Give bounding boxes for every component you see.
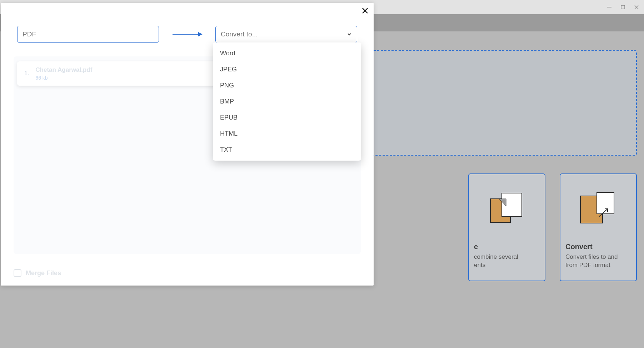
card-merge-title: e <box>474 243 540 251</box>
option-txt[interactable]: TXT <box>213 142 361 158</box>
merge-files-option[interactable]: Merge Files <box>14 269 61 277</box>
merge-label: Merge Files <box>26 269 61 277</box>
merge-checkbox[interactable] <box>14 269 21 277</box>
card-merge-desc: combine several ents <box>474 253 540 269</box>
card-convert-desc: Convert files to and from PDF format <box>565 253 631 269</box>
merge-icon <box>474 179 540 238</box>
close-icon[interactable] <box>360 6 370 16</box>
conversion-row: PDF Convert to... Word JPEG PNG BMP EPUB… <box>17 26 357 43</box>
option-word[interactable]: Word <box>213 45 361 61</box>
target-format-placeholder: Convert to... <box>221 30 258 38</box>
close-window-icon[interactable] <box>633 4 640 10</box>
arrow-right-icon <box>160 31 214 37</box>
svg-marker-13 <box>198 32 203 36</box>
minimize-icon[interactable] <box>606 4 613 10</box>
option-bmp[interactable]: BMP <box>213 94 361 110</box>
card-convert-title: Convert <box>565 243 631 251</box>
file-index: 1. <box>24 70 29 77</box>
format-options-list: Word JPEG PNG BMP EPUB HTML TXT <box>213 42 361 161</box>
file-name: Chetan Agarwal.pdf <box>35 66 92 74</box>
option-jpeg[interactable]: JPEG <box>213 61 361 77</box>
option-png[interactable]: PNG <box>213 77 361 94</box>
chevron-down-icon <box>347 32 352 37</box>
option-html[interactable]: HTML <box>213 126 361 142</box>
convert-icon <box>565 179 631 238</box>
convert-modal: PDF Convert to... Word JPEG PNG BMP EPUB… <box>1 3 374 286</box>
target-format-dropdown[interactable]: Convert to... Word JPEG PNG BMP EPUB HTM… <box>215 26 357 43</box>
source-format-label: PDF <box>23 30 36 38</box>
option-epub[interactable]: EPUB <box>213 110 361 126</box>
maximize-icon[interactable] <box>620 4 626 10</box>
source-format-field[interactable]: PDF <box>17 26 159 43</box>
svg-rect-1 <box>621 5 625 9</box>
file-size: 66 kb <box>35 75 92 81</box>
card-convert[interactable]: Convert Convert files to and from PDF fo… <box>560 173 637 281</box>
card-merge[interactable]: e combine several ents <box>468 173 545 281</box>
